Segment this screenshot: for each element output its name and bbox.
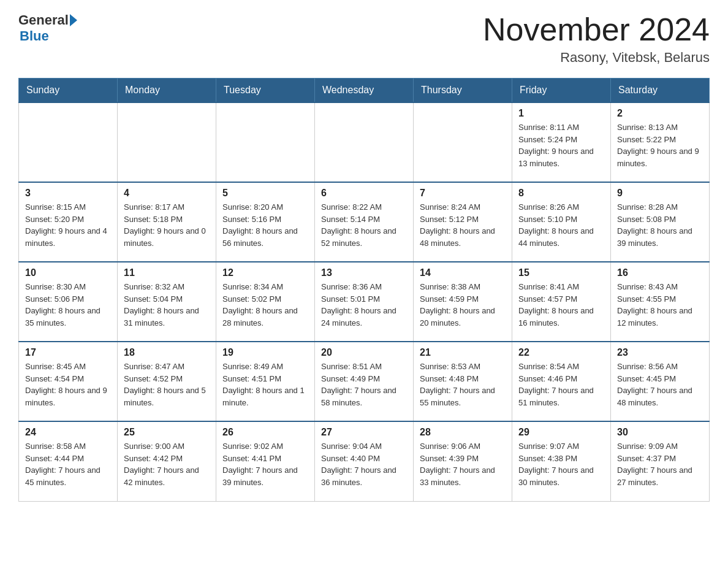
day-number: 25 [124, 427, 210, 438]
day-info: Sunrise: 9:09 AM Sunset: 4:37 PM Dayligh… [617, 440, 703, 488]
day-number: 26 [222, 427, 308, 438]
day-number: 14 [420, 267, 506, 278]
day-info: Sunrise: 8:20 AM Sunset: 5:16 PM Dayligh… [222, 201, 308, 249]
day-number: 30 [617, 427, 703, 438]
calendar-cell: 8Sunrise: 8:26 AM Sunset: 5:10 PM Daylig… [512, 182, 611, 262]
day-info: Sunrise: 8:34 AM Sunset: 5:02 PM Dayligh… [222, 281, 308, 329]
calendar-cell [414, 102, 512, 182]
calendar-cell: 4Sunrise: 8:17 AM Sunset: 5:18 PM Daylig… [118, 182, 216, 262]
day-info: Sunrise: 8:56 AM Sunset: 4:45 PM Dayligh… [617, 361, 703, 408]
calendar-cell: 23Sunrise: 8:56 AM Sunset: 4:45 PM Dayli… [611, 342, 710, 421]
day-info: Sunrise: 8:15 AM Sunset: 5:20 PM Dayligh… [25, 201, 111, 249]
calendar-cell: 18Sunrise: 8:47 AM Sunset: 4:52 PM Dayli… [118, 342, 216, 421]
day-number: 29 [518, 427, 604, 438]
weekday-header-thursday: Thursday [414, 79, 512, 103]
month-title: November 2024 [483, 12, 710, 47]
day-number: 8 [518, 188, 604, 199]
calendar-cell: 28Sunrise: 9:06 AM Sunset: 4:39 PM Dayli… [414, 421, 512, 501]
day-number: 24 [25, 427, 111, 438]
day-number: 20 [321, 347, 407, 358]
day-info: Sunrise: 9:02 AM Sunset: 4:41 PM Dayligh… [222, 440, 308, 488]
weekday-header-sunday: Sunday [19, 79, 118, 103]
calendar-cell: 26Sunrise: 9:02 AM Sunset: 4:41 PM Dayli… [216, 421, 315, 501]
day-info: Sunrise: 8:24 AM Sunset: 5:12 PM Dayligh… [420, 201, 506, 249]
day-info: Sunrise: 9:07 AM Sunset: 4:38 PM Dayligh… [518, 440, 604, 488]
day-number: 7 [420, 188, 506, 199]
calendar-cell [19, 102, 118, 182]
calendar-cell: 25Sunrise: 9:00 AM Sunset: 4:42 PM Dayli… [118, 421, 216, 501]
day-number: 16 [617, 267, 703, 278]
calendar-table: SundayMondayTuesdayWednesdayThursdayFrid… [18, 78, 710, 502]
day-number: 19 [222, 347, 308, 358]
calendar-cell: 24Sunrise: 8:58 AM Sunset: 4:44 PM Dayli… [19, 421, 118, 501]
day-number: 1 [518, 108, 604, 119]
calendar-week-row: 10Sunrise: 8:30 AM Sunset: 5:06 PM Dayli… [19, 262, 710, 342]
day-info: Sunrise: 8:41 AM Sunset: 4:57 PM Dayligh… [518, 281, 604, 329]
calendar-header-row: SundayMondayTuesdayWednesdayThursdayFrid… [19, 79, 710, 103]
location: Rasony, Vitebsk, Belarus [483, 50, 710, 66]
calendar-cell: 11Sunrise: 8:32 AM Sunset: 5:04 PM Dayli… [118, 262, 216, 342]
day-info: Sunrise: 8:43 AM Sunset: 4:55 PM Dayligh… [617, 281, 703, 329]
calendar-cell: 2Sunrise: 8:13 AM Sunset: 5:22 PM Daylig… [611, 102, 710, 182]
day-info: Sunrise: 8:51 AM Sunset: 4:49 PM Dayligh… [321, 361, 407, 408]
logo: General Blue [18, 12, 77, 44]
calendar-cell: 5Sunrise: 8:20 AM Sunset: 5:16 PM Daylig… [216, 182, 315, 262]
day-info: Sunrise: 8:32 AM Sunset: 5:04 PM Dayligh… [124, 281, 210, 329]
day-number: 4 [124, 188, 210, 199]
day-info: Sunrise: 8:28 AM Sunset: 5:08 PM Dayligh… [617, 201, 703, 249]
weekday-header-monday: Monday [118, 79, 216, 103]
calendar-cell [118, 102, 216, 182]
calendar-cell: 16Sunrise: 8:43 AM Sunset: 4:55 PM Dayli… [611, 262, 710, 342]
calendar-cell: 9Sunrise: 8:28 AM Sunset: 5:08 PM Daylig… [611, 182, 710, 262]
logo-blue: Blue [20, 28, 77, 44]
day-info: Sunrise: 8:49 AM Sunset: 4:51 PM Dayligh… [222, 361, 308, 408]
day-info: Sunrise: 8:53 AM Sunset: 4:48 PM Dayligh… [420, 361, 506, 408]
calendar-cell: 14Sunrise: 8:38 AM Sunset: 4:59 PM Dayli… [414, 262, 512, 342]
title-block: November 2024 Rasony, Vitebsk, Belarus [483, 12, 710, 66]
day-number: 10 [25, 267, 111, 278]
day-info: Sunrise: 8:58 AM Sunset: 4:44 PM Dayligh… [25, 440, 111, 488]
calendar-week-row: 24Sunrise: 8:58 AM Sunset: 4:44 PM Dayli… [19, 421, 710, 501]
calendar-cell: 7Sunrise: 8:24 AM Sunset: 5:12 PM Daylig… [414, 182, 512, 262]
day-info: Sunrise: 8:54 AM Sunset: 4:46 PM Dayligh… [518, 361, 604, 408]
calendar-cell [216, 102, 315, 182]
day-number: 28 [420, 427, 506, 438]
day-number: 12 [222, 267, 308, 278]
calendar-cell [315, 102, 414, 182]
calendar-cell: 20Sunrise: 8:51 AM Sunset: 4:49 PM Dayli… [315, 342, 414, 421]
day-info: Sunrise: 8:47 AM Sunset: 4:52 PM Dayligh… [124, 361, 210, 408]
day-info: Sunrise: 8:17 AM Sunset: 5:18 PM Dayligh… [124, 201, 210, 249]
logo-general: General [18, 12, 69, 28]
day-info: Sunrise: 8:38 AM Sunset: 4:59 PM Dayligh… [420, 281, 506, 329]
calendar-cell: 29Sunrise: 9:07 AM Sunset: 4:38 PM Dayli… [512, 421, 611, 501]
calendar-cell: 12Sunrise: 8:34 AM Sunset: 5:02 PM Dayli… [216, 262, 315, 342]
day-number: 27 [321, 427, 407, 438]
calendar-cell: 19Sunrise: 8:49 AM Sunset: 4:51 PM Dayli… [216, 342, 315, 421]
day-info: Sunrise: 8:45 AM Sunset: 4:54 PM Dayligh… [25, 361, 111, 408]
day-number: 22 [518, 347, 604, 358]
day-info: Sunrise: 8:36 AM Sunset: 5:01 PM Dayligh… [321, 281, 407, 329]
day-info: Sunrise: 9:00 AM Sunset: 4:42 PM Dayligh… [124, 440, 210, 488]
day-info: Sunrise: 8:26 AM Sunset: 5:10 PM Dayligh… [518, 201, 604, 249]
calendar-cell: 17Sunrise: 8:45 AM Sunset: 4:54 PM Dayli… [19, 342, 118, 421]
calendar-cell: 6Sunrise: 8:22 AM Sunset: 5:14 PM Daylig… [315, 182, 414, 262]
day-info: Sunrise: 9:06 AM Sunset: 4:39 PM Dayligh… [420, 440, 506, 488]
day-number: 17 [25, 347, 111, 358]
calendar-cell: 10Sunrise: 8:30 AM Sunset: 5:06 PM Dayli… [19, 262, 118, 342]
day-number: 23 [617, 347, 703, 358]
calendar-cell: 15Sunrise: 8:41 AM Sunset: 4:57 PM Dayli… [512, 262, 611, 342]
calendar-cell: 13Sunrise: 8:36 AM Sunset: 5:01 PM Dayli… [315, 262, 414, 342]
day-info: Sunrise: 8:11 AM Sunset: 5:24 PM Dayligh… [518, 121, 604, 169]
weekday-header-saturday: Saturday [611, 79, 710, 103]
calendar-cell: 30Sunrise: 9:09 AM Sunset: 4:37 PM Dayli… [611, 421, 710, 501]
weekday-header-wednesday: Wednesday [315, 79, 414, 103]
page-header: General Blue November 2024 Rasony, Viteb… [18, 12, 710, 66]
calendar-cell: 1Sunrise: 8:11 AM Sunset: 5:24 PM Daylig… [512, 102, 611, 182]
day-number: 11 [124, 267, 210, 278]
day-number: 6 [321, 188, 407, 199]
day-number: 5 [222, 188, 308, 199]
day-number: 3 [25, 188, 111, 199]
day-number: 13 [321, 267, 407, 278]
day-info: Sunrise: 9:04 AM Sunset: 4:40 PM Dayligh… [321, 440, 407, 488]
calendar-cell: 21Sunrise: 8:53 AM Sunset: 4:48 PM Dayli… [414, 342, 512, 421]
